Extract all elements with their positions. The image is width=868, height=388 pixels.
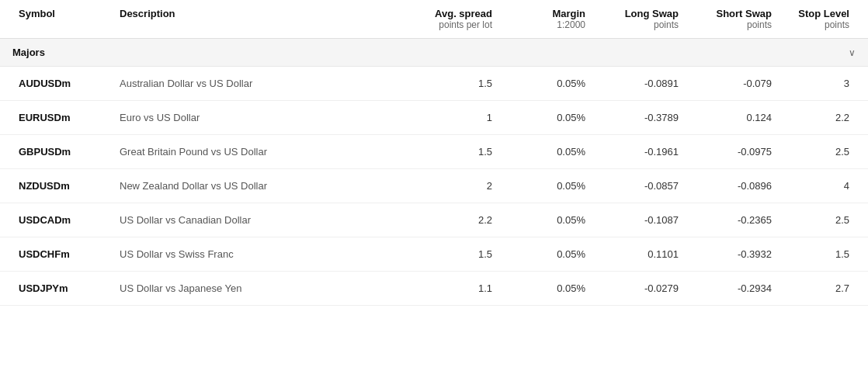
cell-avg-spread: 2 bbox=[374, 169, 498, 203]
table-row: USDJPYm US Dollar vs Japanese Yen 1.1 0.… bbox=[0, 272, 868, 306]
cell-description: US Dollar vs Canadian Dollar bbox=[113, 203, 374, 237]
cell-stop-level: 2.2 bbox=[778, 101, 856, 134]
col-description: Description bbox=[113, 0, 374, 38]
cell-description: US Dollar vs Japanese Yen bbox=[113, 272, 374, 305]
cell-symbol: EURUSDm bbox=[12, 101, 113, 134]
cell-short-swap: -0.0975 bbox=[685, 135, 778, 168]
cell-stop-level: 3 bbox=[778, 67, 856, 100]
table-row: EURUSDm Euro vs US Dollar 1 0.05% -0.378… bbox=[0, 101, 868, 135]
cell-short-swap: -0.079 bbox=[685, 67, 778, 100]
cell-margin: 0.05% bbox=[498, 67, 592, 100]
cell-long-swap: -0.0857 bbox=[592, 169, 685, 203]
table-row: NZDUSDm New Zealand Dollar vs US Dollar … bbox=[0, 169, 868, 203]
cell-description: Great Britain Pound vs US Dollar bbox=[113, 135, 374, 168]
table-body: Majors ∨ AUDUSDm Australian Dollar vs US… bbox=[0, 39, 868, 306]
col-margin: Margin 1:2000 bbox=[498, 0, 592, 38]
cell-short-swap: -0.0896 bbox=[685, 169, 778, 203]
cell-short-swap: -0.2934 bbox=[685, 272, 778, 305]
table-row: USDCADm US Dollar vs Canadian Dollar 2.2… bbox=[0, 203, 868, 237]
chevron-down-icon: ∨ bbox=[840, 47, 856, 58]
table-row: AUDUSDm Australian Dollar vs US Dollar 1… bbox=[0, 67, 868, 101]
cell-stop-level: 1.5 bbox=[778, 237, 856, 271]
cell-avg-spread: 1.5 bbox=[374, 67, 498, 100]
cell-stop-level: 2.5 bbox=[778, 203, 856, 237]
cell-short-swap: -0.2365 bbox=[685, 203, 778, 237]
cell-margin: 0.05% bbox=[498, 135, 592, 168]
cell-stop-level: 4 bbox=[778, 169, 856, 203]
cell-margin: 0.05% bbox=[498, 101, 592, 134]
col-long-swap: Long Swap points bbox=[592, 0, 685, 38]
cell-symbol: NZDUSDm bbox=[12, 169, 113, 203]
cell-long-swap: 0.1101 bbox=[592, 237, 685, 271]
cell-symbol: USDJPYm bbox=[12, 272, 113, 305]
cell-long-swap: -0.1087 bbox=[592, 203, 685, 237]
cell-avg-spread: 1.1 bbox=[374, 272, 498, 305]
cell-avg-spread: 1 bbox=[374, 101, 498, 134]
cell-long-swap: -0.1961 bbox=[592, 135, 685, 168]
cell-margin: 0.05% bbox=[498, 203, 592, 237]
col-symbol: Symbol bbox=[12, 0, 113, 38]
cell-long-swap: -0.0891 bbox=[592, 67, 685, 100]
cell-margin: 0.05% bbox=[498, 237, 592, 271]
trading-table: Symbol Description Avg. spread points pe… bbox=[0, 0, 868, 306]
cell-symbol: GBPUSDm bbox=[12, 135, 113, 168]
cell-description: Australian Dollar vs US Dollar bbox=[113, 67, 374, 100]
cell-stop-level: 2.7 bbox=[778, 272, 856, 305]
col-stop-level: Stop Level points bbox=[778, 0, 856, 38]
cell-avg-spread: 2.2 bbox=[374, 203, 498, 237]
table-header: Symbol Description Avg. spread points pe… bbox=[0, 0, 868, 39]
cell-short-swap: -0.3932 bbox=[685, 237, 778, 271]
table-row: USDCHFm US Dollar vs Swiss Franc 1.5 0.0… bbox=[0, 237, 868, 272]
col-short-swap: Short Swap points bbox=[685, 0, 778, 38]
cell-long-swap: -0.0279 bbox=[592, 272, 685, 305]
cell-stop-level: 2.5 bbox=[778, 135, 856, 168]
table-row: GBPUSDm Great Britain Pound vs US Dollar… bbox=[0, 135, 868, 169]
cell-symbol: USDCHFm bbox=[12, 237, 113, 271]
cell-description: US Dollar vs Swiss Franc bbox=[113, 237, 374, 271]
section-header-majors[interactable]: Majors ∨ bbox=[0, 39, 868, 67]
cell-symbol: USDCADm bbox=[12, 203, 113, 237]
cell-avg-spread: 1.5 bbox=[374, 237, 498, 271]
cell-short-swap: 0.124 bbox=[685, 101, 778, 134]
cell-description: New Zealand Dollar vs US Dollar bbox=[113, 169, 374, 203]
cell-margin: 0.05% bbox=[498, 169, 592, 203]
cell-description: Euro vs US Dollar bbox=[113, 101, 374, 134]
cell-margin: 0.05% bbox=[498, 272, 592, 305]
cell-symbol: AUDUSDm bbox=[12, 67, 113, 100]
section-title: Majors bbox=[12, 47, 840, 58]
cell-avg-spread: 1.5 bbox=[374, 135, 498, 168]
cell-long-swap: -0.3789 bbox=[592, 101, 685, 134]
col-avg-spread: Avg. spread points per lot bbox=[374, 0, 498, 38]
